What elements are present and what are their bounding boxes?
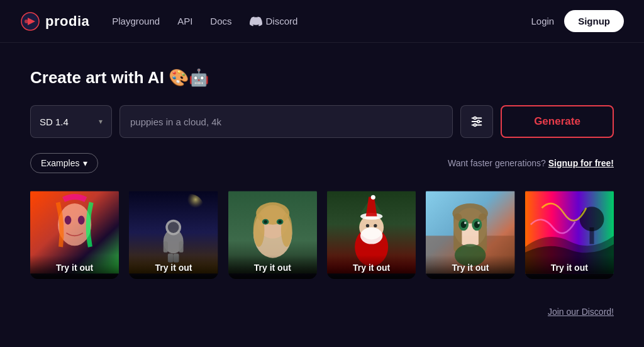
svg-point-14 [176, 194, 204, 222]
try-it-out-4[interactable]: Try it out [333, 263, 409, 273]
svg-point-54 [477, 222, 480, 224]
discord-icon [250, 15, 262, 28]
nav-discord[interactable]: Discord [250, 15, 298, 28]
card-4-overlay: Try it out [327, 255, 416, 279]
faster-generations-text: Want faster generations? Signup for free… [448, 158, 614, 168]
image-card-1[interactable]: Try it out [30, 186, 119, 279]
try-it-out-5[interactable]: Try it out [432, 263, 508, 273]
nav-api[interactable]: API [177, 16, 192, 26]
navbar: prodia Playground API Docs Discord Login… [0, 0, 644, 43]
svg-point-53 [464, 222, 467, 224]
svg-point-48 [453, 203, 489, 224]
svg-point-42 [374, 224, 377, 227]
main-content: Create art with AI 🎨🤖 SD 1.4 ▾ puppies i… [0, 43, 644, 294]
examples-chevron-icon: ▾ [83, 158, 87, 168]
svg-point-41 [366, 224, 369, 227]
logo-icon [20, 11, 40, 31]
try-it-out-2[interactable]: Try it out [135, 263, 211, 273]
sliders-icon [470, 115, 484, 128]
svg-point-27 [281, 213, 292, 247]
svg-point-8 [474, 124, 476, 127]
card-5-overlay: Try it out [426, 255, 514, 279]
nav-docs[interactable]: Docs [210, 16, 231, 26]
nav-links: Playground API Docs Discord [112, 15, 531, 28]
chevron-down-icon: ▾ [99, 117, 103, 126]
svg-point-31 [278, 220, 281, 224]
login-button[interactable]: Login [531, 16, 554, 26]
card-1-overlay: Try it out [30, 255, 119, 279]
card-3-overlay: Try it out [228, 255, 317, 279]
image-card-5[interactable]: Try it out [426, 186, 514, 279]
try-it-out-6[interactable]: Try it out [531, 263, 608, 273]
model-selector[interactable]: SD 1.4 ▾ [30, 105, 112, 138]
svg-rect-58 [589, 227, 594, 244]
footer: Join our Discord! [0, 294, 644, 327]
image-card-3[interactable]: Try it out [228, 186, 317, 279]
brand-name: prodia [45, 13, 89, 30]
image-grid: Try it out [30, 186, 614, 279]
svg-point-7 [477, 120, 480, 123]
examples-label: Examples [41, 158, 79, 168]
svg-point-26 [253, 213, 264, 247]
svg-point-6 [474, 117, 476, 120]
examples-button[interactable]: Examples ▾ [30, 153, 98, 173]
prompt-input[interactable]: puppies in a cloud, 4k [119, 105, 453, 138]
svg-point-12 [78, 216, 85, 225]
signup-free-link[interactable]: Signup for free! [548, 158, 614, 168]
brand-logo[interactable]: prodia [20, 11, 89, 31]
generate-button[interactable]: Generate [501, 105, 614, 138]
svg-point-2 [25, 20, 28, 23]
svg-rect-19 [179, 241, 184, 253]
discord-label: Discord [266, 16, 298, 26]
discord-footer-link[interactable]: Join our Discord! [548, 307, 614, 317]
try-it-out-1[interactable]: Try it out [36, 263, 113, 273]
svg-point-30 [264, 220, 267, 224]
examples-row: Examples ▾ Want faster generations? Sign… [30, 153, 614, 173]
model-label: SD 1.4 [40, 117, 94, 127]
page-title: Create art with AI 🎨🤖 [30, 68, 614, 88]
nav-playground[interactable]: Playground [112, 16, 160, 26]
svg-point-11 [65, 216, 72, 225]
signup-button[interactable]: Signup [564, 10, 624, 32]
settings-button[interactable] [460, 105, 493, 138]
auth-buttons: Login Signup [531, 10, 624, 32]
svg-point-40 [371, 195, 375, 200]
image-card-2[interactable]: Try it out [129, 186, 218, 279]
svg-point-37 [360, 227, 382, 244]
image-card-4[interactable]: Try it out [327, 186, 416, 279]
card-2-overlay: Try it out [129, 255, 218, 279]
image-card-6[interactable]: Try it out [525, 186, 614, 279]
svg-rect-18 [164, 241, 168, 253]
try-it-out-3[interactable]: Try it out [235, 263, 311, 273]
generate-row: SD 1.4 ▾ puppies in a cloud, 4k Generate [30, 105, 614, 138]
svg-point-17 [168, 222, 179, 233]
card-6-overlay: Try it out [525, 255, 614, 279]
